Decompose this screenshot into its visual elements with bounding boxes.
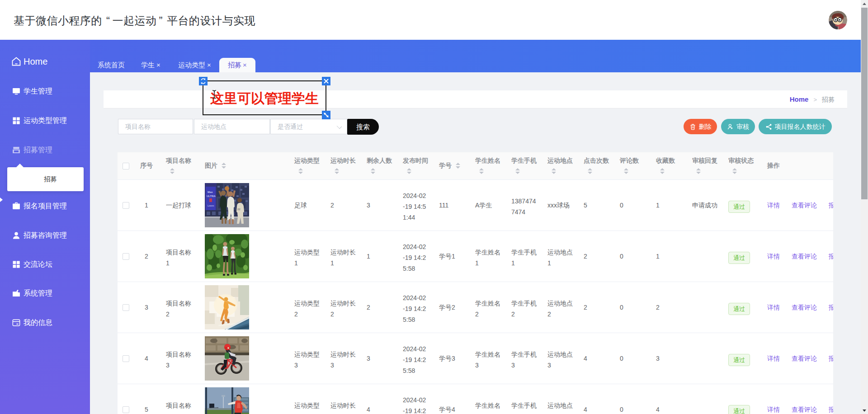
svg-text:22: 22: [237, 208, 241, 211]
svg-text:Max: Max: [208, 191, 213, 193]
svg-text:Lowes: Lowes: [208, 204, 214, 207]
svg-text:ULTRA: ULTRA: [207, 195, 216, 198]
